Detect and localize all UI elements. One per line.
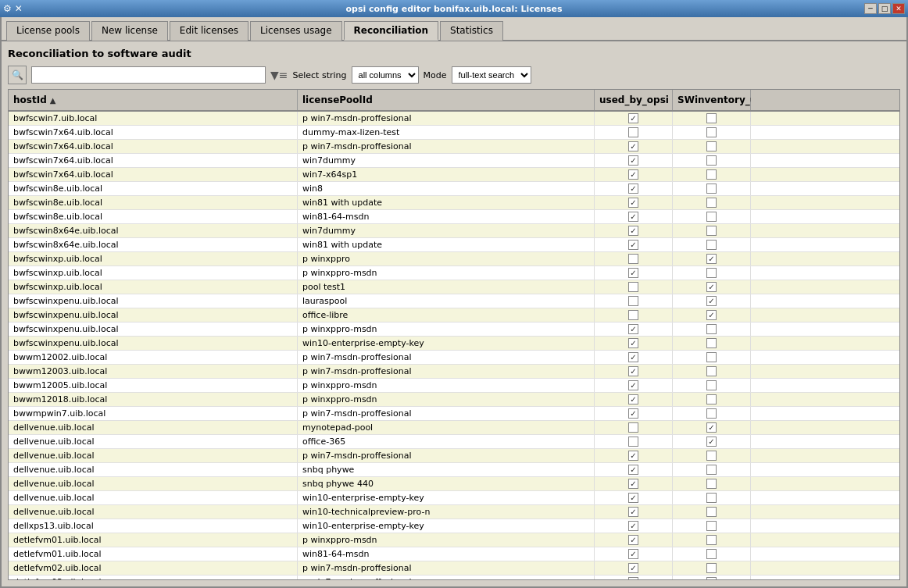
checkbox-used-by-opsi[interactable] bbox=[628, 296, 638, 306]
td-used-by-opsi[interactable] bbox=[595, 224, 673, 237]
checkbox-used-by-opsi[interactable] bbox=[628, 465, 638, 475]
td-sw-inventory-used[interactable] bbox=[673, 238, 751, 251]
checkbox-used-by-opsi[interactable] bbox=[628, 366, 638, 376]
checkbox-used-by-opsi[interactable] bbox=[628, 408, 638, 419]
maximize-button[interactable]: □ bbox=[878, 3, 891, 14]
table-row[interactable]: bwfscwinxpenu.uib.localp winxppro-msdn bbox=[9, 323, 899, 337]
checkbox-used-by-opsi[interactable] bbox=[628, 282, 638, 292]
checkbox-sw-inventory-used[interactable] bbox=[706, 451, 717, 461]
tab-new-license[interactable]: New license bbox=[91, 21, 168, 41]
checkbox-used-by-opsi[interactable] bbox=[628, 268, 638, 278]
td-sw-inventory-used[interactable] bbox=[673, 224, 751, 237]
td-sw-inventory-used[interactable] bbox=[673, 435, 751, 448]
checkbox-sw-inventory-used[interactable] bbox=[706, 549, 717, 559]
checkbox-used-by-opsi[interactable] bbox=[628, 521, 638, 531]
td-sw-inventory-used[interactable] bbox=[673, 477, 751, 490]
td-used-by-opsi[interactable] bbox=[595, 112, 673, 125]
td-sw-inventory-used[interactable] bbox=[673, 210, 751, 223]
table-row[interactable]: dellvenue.uib.localoffice-365 bbox=[9, 435, 899, 449]
td-sw-inventory-used[interactable] bbox=[673, 252, 751, 265]
td-sw-inventory-used[interactable] bbox=[673, 351, 751, 364]
td-sw-inventory-used[interactable] bbox=[673, 337, 751, 350]
close-button[interactable]: ✕ bbox=[892, 3, 905, 14]
checkbox-sw-inventory-used[interactable] bbox=[706, 296, 717, 306]
th-host-id[interactable]: hostId ▲ bbox=[9, 90, 298, 110]
th-used-by-opsi[interactable]: used_by_opsi bbox=[595, 90, 673, 110]
td-used-by-opsi[interactable] bbox=[595, 154, 673, 167]
checkbox-sw-inventory-used[interactable] bbox=[706, 521, 717, 531]
table-row[interactable]: bwwm12005.uib.localp winxppro-msdn bbox=[9, 379, 899, 393]
table-row[interactable]: bwwm12018.uib.localp winxppro-msdn bbox=[9, 393, 899, 407]
td-used-by-opsi[interactable] bbox=[595, 337, 673, 350]
checkbox-used-by-opsi[interactable] bbox=[628, 352, 638, 362]
checkbox-used-by-opsi[interactable] bbox=[628, 184, 638, 194]
checkbox-used-by-opsi[interactable] bbox=[628, 535, 638, 545]
checkbox-sw-inventory-used[interactable] bbox=[706, 282, 717, 292]
checkbox-sw-inventory-used[interactable] bbox=[706, 380, 717, 390]
checkbox-sw-inventory-used[interactable] bbox=[706, 408, 717, 419]
td-used-by-opsi[interactable] bbox=[595, 294, 673, 308]
td-used-by-opsi[interactable] bbox=[595, 140, 673, 153]
checkbox-sw-inventory-used[interactable] bbox=[706, 198, 717, 208]
mode-select[interactable]: full-text search bbox=[452, 66, 531, 84]
td-used-by-opsi[interactable] bbox=[595, 393, 673, 406]
checkbox-used-by-opsi[interactable] bbox=[628, 507, 638, 517]
search-button[interactable]: 🔍 bbox=[8, 66, 27, 84]
checkbox-sw-inventory-used[interactable] bbox=[706, 422, 717, 433]
td-sw-inventory-used[interactable] bbox=[673, 308, 751, 322]
checkbox-used-by-opsi[interactable] bbox=[628, 254, 638, 264]
checkbox-sw-inventory-used[interactable] bbox=[706, 563, 717, 573]
table-row[interactable]: bwwm12002.uib.localp win7-msdn-proffesio… bbox=[9, 351, 899, 365]
checkbox-sw-inventory-used[interactable] bbox=[706, 127, 717, 137]
td-used-by-opsi[interactable] bbox=[595, 463, 673, 476]
checkbox-used-by-opsi[interactable] bbox=[628, 338, 638, 348]
td-sw-inventory-used[interactable] bbox=[673, 168, 751, 181]
checkbox-sw-inventory-used[interactable] bbox=[706, 324, 717, 334]
checkbox-sw-inventory-used[interactable] bbox=[706, 507, 717, 517]
checkbox-used-by-opsi[interactable] bbox=[628, 563, 638, 573]
td-sw-inventory-used[interactable] bbox=[673, 154, 751, 167]
tab-licenses-usage[interactable]: Licenses usage bbox=[250, 21, 342, 41]
table-row[interactable]: bwfscwinxpenu.uib.localwin10-enterprise-… bbox=[9, 337, 899, 351]
th-sw-inventory-used[interactable]: SWinventory_used bbox=[673, 90, 751, 110]
td-used-by-opsi[interactable] bbox=[595, 280, 673, 294]
td-used-by-opsi[interactable] bbox=[595, 576, 673, 579]
checkbox-used-by-opsi[interactable] bbox=[628, 212, 638, 222]
td-used-by-opsi[interactable] bbox=[595, 365, 673, 378]
table-row[interactable]: detlefvm02.uib.localp win7-msdn-proffesi… bbox=[9, 561, 899, 576]
td-used-by-opsi[interactable] bbox=[595, 168, 673, 181]
checkbox-sw-inventory-used[interactable] bbox=[706, 113, 717, 123]
minimize-button[interactable]: ─ bbox=[864, 3, 877, 14]
td-used-by-opsi[interactable] bbox=[595, 547, 673, 561]
table-row[interactable]: bwwm12003.uib.localp win7-msdn-proffesio… bbox=[9, 365, 899, 379]
checkbox-used-by-opsi[interactable] bbox=[628, 113, 638, 123]
td-sw-inventory-used[interactable] bbox=[673, 126, 751, 139]
td-sw-inventory-used[interactable] bbox=[673, 393, 751, 406]
td-sw-inventory-used[interactable] bbox=[673, 449, 751, 462]
checkbox-sw-inventory-used[interactable] bbox=[706, 310, 717, 320]
table-row[interactable]: dellvenue.uib.localsnbq phywe bbox=[9, 463, 899, 477]
checkbox-sw-inventory-used[interactable] bbox=[706, 254, 717, 264]
checkbox-used-by-opsi[interactable] bbox=[628, 226, 638, 236]
table-row[interactable]: bwfscwin7x64.uib.localwin7dummy bbox=[9, 154, 899, 168]
td-used-by-opsi[interactable] bbox=[595, 379, 673, 392]
td-sw-inventory-used[interactable] bbox=[673, 463, 751, 476]
checkbox-sw-inventory-used[interactable] bbox=[706, 212, 717, 222]
table-row[interactable]: bwfscwinxp.uib.localp winxppro-msdn bbox=[9, 266, 899, 280]
td-used-by-opsi[interactable] bbox=[595, 421, 673, 434]
checkbox-used-by-opsi[interactable] bbox=[628, 155, 638, 166]
td-sw-inventory-used[interactable] bbox=[673, 112, 751, 125]
table-row[interactable]: bwfscwin7x64.uib.localdummy-max-lizen-te… bbox=[9, 126, 899, 140]
table-row[interactable]: bwfscwinxp.uib.localp winxppro bbox=[9, 252, 899, 266]
table-row[interactable]: bwfscwin8e.uib.localwin81-64-msdn bbox=[9, 210, 899, 224]
table-row[interactable]: bwfscwin7x64.uib.localp win7-msdn-proffe… bbox=[9, 140, 899, 154]
checkbox-sw-inventory-used[interactable] bbox=[706, 493, 717, 503]
table-row[interactable]: bwfscwin8x64e.uib.localwin81 with update bbox=[9, 238, 899, 252]
td-sw-inventory-used[interactable] bbox=[673, 421, 751, 434]
td-used-by-opsi[interactable] bbox=[595, 210, 673, 223]
table-row[interactable]: bwfscwin8e.uib.localwin81 with update bbox=[9, 196, 899, 210]
checkbox-sw-inventory-used[interactable] bbox=[706, 352, 717, 362]
table-row[interactable]: bwfscwinxpenu.uib.localoffice-libre bbox=[9, 308, 899, 323]
table-row[interactable]: dellvenue.uib.localsnbq phywe 440 bbox=[9, 477, 899, 491]
checkbox-used-by-opsi[interactable] bbox=[628, 422, 638, 433]
